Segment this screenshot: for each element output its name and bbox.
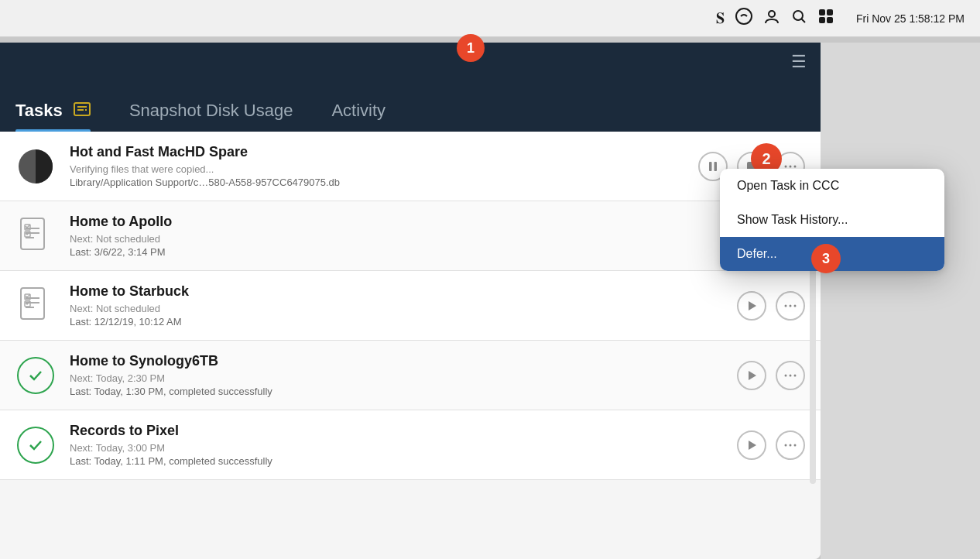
task-info: Home to Starbuck Next: Not scheduled Las… (70, 283, 737, 328)
task-subtitle: Next: Today, 3:00 PM (70, 442, 737, 454)
task-last: Last: Today, 1:11 PM, completed successf… (70, 455, 737, 467)
control-center-icon[interactable] (817, 8, 834, 29)
app-window: ☰ Tasks Snapshot Disk Usage Activity (0, 43, 821, 559)
task-progress-icon (15, 146, 56, 187)
task-info: Home to Apollo Next: Not scheduled Last:… (70, 214, 737, 258)
menubar: 𝐒 (0, 0, 980, 37)
task-info: Hot and Fast MacHD Spare Verifying files… (70, 144, 698, 188)
svg-point-16 (785, 165, 787, 167)
svg-point-40 (785, 374, 787, 376)
task-subtitle: Verifying files that were copied... (70, 163, 698, 175)
task-doc-icon (15, 286, 56, 326)
task-item: Home to Apollo Next: Not scheduled Last:… (0, 201, 821, 271)
menubar-icons: 𝐒 (716, 8, 834, 29)
task-actions (737, 361, 805, 390)
svg-rect-6 (819, 17, 825, 23)
task-item: Home to Starbuck Next: Not scheduled Las… (0, 271, 821, 341)
svg-point-2 (793, 11, 803, 20)
svg-rect-4 (819, 9, 825, 15)
task-item: Home to Synology6TB Next: Today, 2:30 PM… (0, 341, 821, 410)
header-top: ☰ (0, 43, 821, 72)
task-last: Last: 3/6/22, 3:14 PM (70, 246, 737, 258)
task-info: Home to Synology6TB Next: Today, 2:30 PM… (70, 353, 737, 397)
task-list: Hot and Fast MacHD Spare Verifying files… (0, 132, 821, 559)
svg-line-3 (801, 19, 805, 23)
context-open-task[interactable]: Open Task in CCC (720, 169, 944, 203)
svg-point-17 (790, 165, 792, 167)
play-button-5[interactable] (737, 430, 766, 460)
svg-marker-35 (749, 301, 756, 310)
task-item: Records to Pixel Next: Today, 3:00 PM La… (0, 410, 821, 480)
task-actions (737, 291, 805, 321)
notification-badge-1: 1 (457, 34, 485, 62)
svg-point-36 (785, 304, 787, 307)
context-show-history[interactable]: Show Task History... (720, 203, 944, 237)
task-title: Hot and Fast MacHD Spare (70, 144, 698, 160)
tab-tasks[interactable]: Tasks (15, 101, 91, 132)
checkmark-icon (17, 357, 54, 394)
svg-point-38 (794, 304, 797, 307)
task-title: Home to Starbuck (70, 283, 737, 300)
more-button-4[interactable] (776, 361, 805, 390)
svg-rect-5 (827, 9, 833, 15)
notification-badge-3: 3 (811, 244, 841, 273)
tasks-filter-icon (74, 102, 91, 120)
task-actions (737, 430, 805, 460)
task-subtitle: Next: Not scheduled (70, 233, 737, 245)
task-check-icon (15, 355, 56, 396)
task-subtitle: Next: Not scheduled (70, 303, 737, 314)
task-subtitle: Next: Today, 2:30 PM (70, 372, 737, 384)
svg-point-41 (790, 374, 792, 376)
task-last: Last: Today, 1:30 PM, completed successf… (70, 386, 737, 397)
task-doc-icon (15, 216, 56, 256)
svg-point-18 (794, 165, 797, 167)
tab-activity[interactable]: Activity (331, 101, 385, 132)
svg-point-46 (794, 444, 797, 446)
svg-rect-13 (709, 162, 712, 171)
app-header: ☰ Tasks Snapshot Disk Usage Activity (0, 43, 821, 132)
right-panel (821, 43, 980, 559)
tab-snapshot[interactable]: Snapshot Disk Usage (129, 101, 293, 132)
play-button-4[interactable] (737, 361, 766, 390)
search-icon[interactable] (791, 9, 807, 28)
task-info: Records to Pixel Next: Today, 3:00 PM La… (70, 423, 737, 467)
user-icon[interactable] (763, 8, 780, 29)
play-button-3[interactable] (737, 291, 766, 321)
checkmark-icon (17, 427, 54, 464)
more-button-5[interactable] (776, 430, 805, 460)
svg-rect-14 (714, 162, 718, 171)
header-tabs: Tasks Snapshot Disk Usage Activity (0, 72, 821, 132)
task-path: Library/Application Support/c…580-A558-9… (70, 177, 698, 188)
svg-point-37 (790, 304, 792, 307)
menubar-time: Fri Nov 25 1:58:12 PM (856, 12, 965, 25)
skype-icon[interactable]: 𝐒 (716, 9, 725, 27)
svg-rect-7 (827, 17, 833, 23)
task-title: Records to Pixel (70, 423, 737, 439)
task-title: Home to Apollo (70, 214, 737, 230)
task-title: Home to Synology6TB (70, 353, 737, 369)
svg-point-45 (790, 444, 792, 446)
svg-point-44 (785, 444, 787, 446)
svg-point-1 (769, 11, 775, 17)
svg-marker-39 (749, 371, 756, 380)
task-check-icon (15, 425, 56, 465)
task-item: Hot and Fast MacHD Spare Verifying files… (0, 132, 821, 201)
more-button-3[interactable] (776, 291, 805, 321)
svg-point-42 (794, 374, 797, 376)
svg-point-0 (736, 9, 752, 24)
menu-icon[interactable]: ☰ (791, 52, 807, 72)
svg-marker-43 (749, 441, 756, 450)
grammarly-icon[interactable] (735, 8, 752, 29)
task-last: Last: 12/12/19, 10:12 AM (70, 316, 737, 328)
